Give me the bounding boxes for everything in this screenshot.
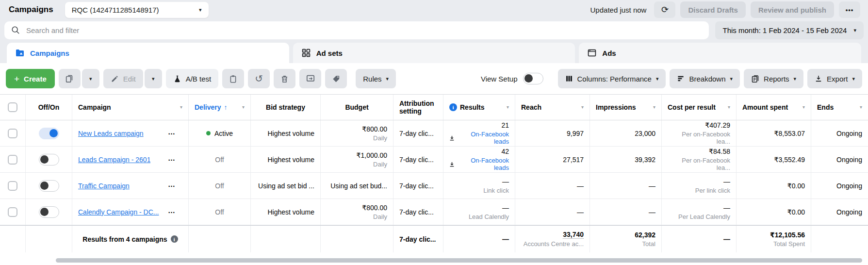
flask-icon bbox=[173, 75, 181, 83]
campaign-toggle[interactable] bbox=[39, 128, 59, 139]
rules-button[interactable]: Rules ▾ bbox=[356, 69, 396, 88]
tab-ads[interactable]: Ads bbox=[579, 43, 861, 63]
horizontal-scrollbar[interactable] bbox=[56, 258, 862, 263]
window-arrows-icon bbox=[306, 74, 315, 83]
tab-campaigns[interactable]: Campaigns bbox=[7, 43, 289, 63]
search-input[interactable]: Search and filter bbox=[4, 21, 709, 39]
budget-cell: ₹1,000.00Daily bbox=[320, 147, 393, 172]
chevron-down-icon: ▾ bbox=[853, 28, 856, 33]
attribution-cell: 7-day clic... bbox=[393, 120, 443, 146]
col-header-campaign[interactable]: Campaign▾ bbox=[72, 95, 188, 120]
campaign-name-link[interactable]: Traffic Campaign bbox=[78, 182, 130, 190]
row-options-button[interactable]: … bbox=[168, 154, 176, 162]
col-header-cost-per-result[interactable]: Cost per result▾ bbox=[661, 95, 736, 120]
col-header-ends[interactable]: Ends▾ bbox=[811, 95, 868, 120]
sort-caret-icon: ▾ bbox=[860, 103, 862, 111]
reports-button[interactable]: Reports ▾ bbox=[744, 69, 803, 88]
row-checkbox[interactable] bbox=[8, 181, 17, 191]
results-cell: — Link click bbox=[443, 173, 515, 199]
cost-per-result-cell: —Per Lead Calendly bbox=[661, 199, 736, 225]
edit-menu-button[interactable]: ▾ bbox=[145, 69, 162, 88]
delivery-cell: Off bbox=[188, 147, 250, 172]
review-publish-button[interactable]: Review and publish bbox=[751, 1, 834, 18]
create-button[interactable]: + Create bbox=[6, 69, 55, 88]
ab-test-button[interactable]: A/B test bbox=[166, 69, 219, 88]
campaign-name-link[interactable]: New Leads campaign bbox=[78, 130, 144, 137]
pencil-icon bbox=[111, 75, 119, 83]
row-options-button[interactable]: … bbox=[168, 128, 176, 136]
info-icon[interactable]: i bbox=[449, 103, 457, 111]
impressions-cell: — bbox=[590, 173, 661, 199]
edit-button[interactable]: Edit bbox=[103, 69, 143, 88]
select-all-checkbox[interactable] bbox=[8, 102, 17, 112]
col-header-results[interactable]: iResults▾ bbox=[443, 95, 515, 120]
trash-icon bbox=[280, 75, 289, 83]
table-row: Traffic Campaign … Off Using ad set bid … bbox=[0, 173, 868, 199]
account-selector-value: RQC (1424711285148917) bbox=[72, 6, 159, 14]
campaign-toggle[interactable] bbox=[39, 180, 59, 192]
row-checkbox[interactable] bbox=[8, 155, 17, 165]
more-options-button[interactable]: ••• bbox=[839, 1, 860, 18]
active-status-dot bbox=[206, 131, 211, 135]
discard-drafts-button[interactable]: Discard Drafts bbox=[680, 1, 746, 18]
summary-impressions: 62,392Total bbox=[590, 226, 661, 252]
undo-button[interactable]: ↺ bbox=[248, 69, 270, 88]
row-checkbox[interactable] bbox=[8, 129, 17, 138]
campaign-name-link[interactable]: Calendly Campaign - DC... bbox=[78, 208, 159, 216]
breakdown-button[interactable]: Breakdown ▾ bbox=[670, 69, 740, 88]
view-setup-toggle[interactable] bbox=[523, 73, 543, 84]
tab-ad-sets[interactable]: Ad sets bbox=[293, 43, 575, 63]
chevron-down-icon: ▾ bbox=[152, 76, 155, 82]
account-selector[interactable]: RQC (1424711285148917) ▾ bbox=[65, 2, 209, 18]
export-button[interactable]: Export ▾ bbox=[807, 69, 862, 88]
table-header: Off/On Campaign▾ Delivery↑▾ Bid strategy… bbox=[0, 94, 868, 120]
duplicate-button[interactable] bbox=[59, 69, 81, 88]
bid-strategy-cell: Highest volume bbox=[250, 120, 320, 146]
date-range-selector[interactable]: This month: 1 Feb 2024 - 15 Feb 2024 ▾ bbox=[715, 21, 864, 39]
col-header-bid-strategy: Bid strategy bbox=[250, 95, 320, 120]
row-checkbox[interactable] bbox=[8, 207, 17, 217]
duplicate-icon bbox=[65, 74, 74, 83]
columns-icon bbox=[565, 75, 573, 83]
amount-spent-cell: ₹8,553.07 bbox=[736, 120, 811, 146]
cost-per-result-cell: —Per link click bbox=[661, 173, 736, 199]
col-header-delivery[interactable]: Delivery↑▾ bbox=[188, 95, 250, 120]
row-options-button[interactable]: … bbox=[168, 206, 176, 215]
info-icon[interactable]: i bbox=[171, 235, 178, 243]
columns-button[interactable]: Columns: Performance ▾ bbox=[558, 69, 666, 88]
ends-cell: Ongoing bbox=[811, 147, 868, 172]
reach-cell: — bbox=[515, 173, 590, 199]
row-options-button[interactable]: … bbox=[168, 180, 176, 188]
tag-button[interactable] bbox=[325, 69, 347, 88]
delivery-status: Off bbox=[215, 182, 224, 190]
campaigns-folder-icon bbox=[15, 48, 25, 58]
col-header-impressions[interactable]: Impressions▾ bbox=[590, 95, 661, 120]
page-title: Campaigns bbox=[9, 5, 53, 15]
table-row: Calendly Campaign - DC... … Off Highest … bbox=[0, 199, 868, 225]
duplicate-menu-button[interactable]: ▾ bbox=[82, 69, 99, 88]
ad-sets-grid-icon bbox=[301, 48, 311, 58]
results-sub: Link click bbox=[483, 187, 509, 194]
delivery-cell: Off bbox=[188, 199, 250, 225]
results-cell: 42 On-Facebook leads bbox=[443, 147, 515, 172]
export-download-icon bbox=[815, 75, 822, 83]
tab-ad-sets-label: Ad sets bbox=[316, 49, 343, 57]
impressions-cell: 23,000 bbox=[590, 120, 661, 146]
breakdown-icon bbox=[677, 75, 685, 83]
paste-button[interactable] bbox=[222, 69, 244, 88]
delete-button[interactable] bbox=[274, 69, 295, 88]
refresh-button[interactable]: ⟳ bbox=[654, 1, 675, 18]
amount-spent-cell: ₹0.00 bbox=[736, 199, 811, 225]
campaign-toggle[interactable] bbox=[39, 154, 59, 166]
bid-strategy-cell: Using ad set bid ... bbox=[250, 173, 320, 199]
cost-per-result-cell: ₹407.29Per on-Facebook lea... bbox=[661, 120, 736, 146]
col-header-reach[interactable]: Reach▾ bbox=[515, 95, 590, 120]
window-arrows-button[interactable] bbox=[299, 69, 321, 88]
amount-spent-cell: ₹0.00 bbox=[736, 173, 811, 199]
col-header-amount-spent[interactable]: Amount spent▾ bbox=[736, 95, 811, 120]
results-cell: — Lead Calendly bbox=[443, 199, 515, 225]
search-icon bbox=[11, 26, 20, 34]
campaign-name-link[interactable]: Leads Campaign - 2601 bbox=[78, 156, 150, 164]
campaign-toggle[interactable] bbox=[39, 206, 59, 218]
attribution-cell: 7-day clic... bbox=[393, 199, 443, 225]
